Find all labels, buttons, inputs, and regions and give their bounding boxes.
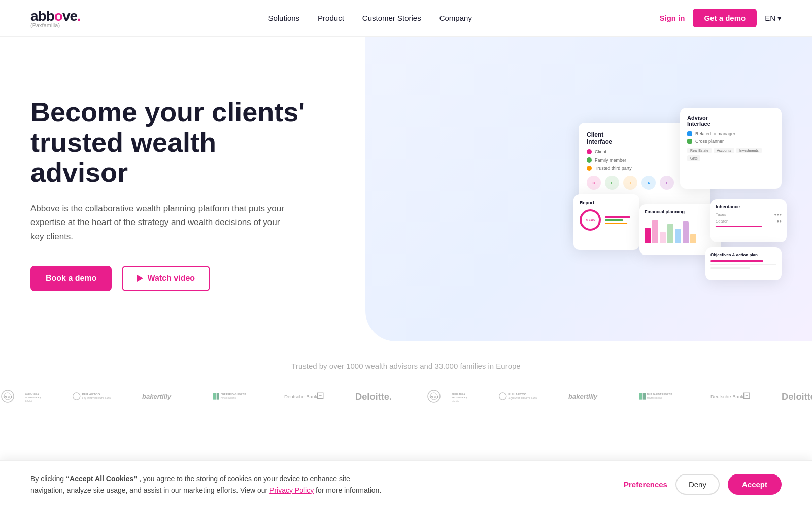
- sign-in-button[interactable]: Sign in: [659, 14, 685, 22]
- watch-video-button[interactable]: Watch video: [122, 266, 210, 291]
- logo-deloitte-2: Deloitte.: [782, 389, 812, 404]
- advisor-row-2: Cross planner: [687, 139, 774, 144]
- logo-bnp: BNP PARIBAS FORTIS PRIVATE BANKING: [213, 389, 254, 404]
- svg-text:audit, tax &: audit, tax &: [25, 392, 39, 395]
- svg-text:Lifa lab: Lifa lab: [452, 400, 459, 402]
- svg-text:PUILAETCO: PUILAETCO: [82, 392, 100, 396]
- svg-text:Deutsche Bank: Deutsche Bank: [284, 394, 317, 399]
- financial-planning-chart: [645, 217, 716, 243]
- nav-solutions[interactable]: Solutions: [268, 14, 299, 22]
- logo-vgd-2: VGD audit, tax & accountancy Lifa lab: [426, 389, 467, 404]
- family-dot: [587, 157, 592, 163]
- svg-text:accountancy: accountancy: [452, 396, 467, 399]
- get-demo-button[interactable]: Get a demo: [693, 9, 757, 27]
- trusted-section: Trusted by over 1000 wealth advisors and…: [0, 341, 812, 431]
- svg-rect-28: [639, 393, 642, 399]
- svg-text:BNP PARIBAS FORTIS: BNP PARIBAS FORTIS: [221, 393, 246, 396]
- report-card: Report 78/100: [573, 194, 639, 250]
- svg-text:audit, tax &: audit, tax &: [452, 392, 465, 395]
- financial-planning-title: Financial planning: [645, 209, 716, 214]
- svg-text:PRIVATE BANKING: PRIVATE BANKING: [221, 397, 236, 399]
- hero-title: Become your clients' trusted wealth advi…: [30, 97, 315, 187]
- logo-bakertilly-2: bakertilly: [568, 389, 609, 404]
- inheritance-card: Inheritance Taxes●●● Search●●: [710, 199, 787, 242]
- logo[interactable]: abbove. (Paxfamilia): [30, 8, 81, 28]
- nav-product[interactable]: Product: [318, 14, 344, 22]
- svg-text:Deutsche Bank: Deutsche Bank: [710, 394, 743, 399]
- svg-text:Lifa lab: Lifa lab: [25, 400, 33, 402]
- nav-company[interactable]: Company: [439, 14, 472, 22]
- logo-bnp-2: BNP PARIBAS FORTIS PRIVATE BANKING: [639, 389, 680, 404]
- main-nav: Solutions Product Customer Stories Compa…: [268, 14, 472, 22]
- report-title: Report: [580, 200, 633, 205]
- hero-description: Abbove is the collaborative wealth plann…: [30, 202, 294, 243]
- svg-text:Deloitte.: Deloitte.: [355, 391, 392, 402]
- logo-subtitle: (Paxfamilia): [30, 22, 60, 28]
- svg-point-24: [499, 393, 506, 400]
- svg-text:PRIVATE BANKING: PRIVATE BANKING: [647, 397, 663, 399]
- svg-rect-10: [213, 393, 216, 399]
- nav-customer-stories[interactable]: Customer Stories: [362, 14, 421, 22]
- svg-text:bakertilly: bakertilly: [142, 393, 172, 400]
- svg-text:accountancy: accountancy: [25, 396, 41, 399]
- svg-text:A QUINTET PRIVATE BANK: A QUINTET PRIVATE BANK: [508, 397, 537, 400]
- advisor-interface-title: AdvisorInterface: [687, 115, 774, 127]
- financial-planning-card: Financial planning: [639, 204, 721, 255]
- hero-buttons: Book a demo Watch video: [30, 266, 315, 291]
- logos-track: VGD audit, tax & accountancy Lifa lab PU…: [0, 389, 812, 404]
- svg-text:Deloitte.: Deloitte.: [782, 391, 812, 402]
- hero-illustration: ClientInterface Client ●●● Family member…: [315, 108, 782, 280]
- client-dot: [587, 149, 592, 154]
- svg-text:bakertilly: bakertilly: [568, 393, 598, 400]
- action-plan-card: Objectives & action plan: [705, 247, 782, 280]
- svg-rect-11: [217, 393, 219, 399]
- hero-content: Become your clients' trusted wealth advi…: [30, 97, 315, 291]
- logo-vgd: VGD audit, tax & accountancy Lifa lab: [0, 389, 41, 404]
- language-selector[interactable]: EN ▾: [765, 14, 782, 23]
- hero-section: Become your clients' trusted wealth advi…: [0, 37, 812, 341]
- logo-puilaetco-2: PUILAETCO A QUINTET PRIVATE BANK: [497, 389, 538, 404]
- svg-point-6: [73, 393, 80, 400]
- third-party-dot: [587, 166, 592, 171]
- book-demo-button[interactable]: Book a demo: [30, 266, 112, 291]
- header: abbove. (Paxfamilia) Solutions Product C…: [0, 0, 812, 37]
- svg-text:VGD: VGD: [3, 395, 12, 399]
- svg-text:PUILAETCO: PUILAETCO: [508, 392, 526, 396]
- play-icon: [137, 275, 143, 282]
- logo-deutsche-2: Deutsche Bank: [710, 389, 751, 404]
- logo-deloitte: Deloitte.: [355, 389, 396, 404]
- advisor-row-1: Related to manager: [687, 131, 774, 136]
- logo-puilaetco: PUILAETCO A QUINTET PRIVATE BANK: [71, 389, 112, 404]
- logo-deutsche: Deutsche Bank: [284, 389, 325, 404]
- action-plan-title: Objectives & action plan: [710, 252, 776, 257]
- trusted-tagline: Trusted by over 1000 wealth advisors and…: [0, 362, 812, 370]
- svg-text:A QUINTET PRIVATE BANK: A QUINTET PRIVATE BANK: [82, 397, 111, 400]
- logos-strip: VGD audit, tax & accountancy Lifa lab PU…: [0, 389, 812, 406]
- logo-bakertilly: bakertilly: [142, 389, 183, 404]
- svg-text:BNP PARIBAS FORTIS: BNP PARIBAS FORTIS: [647, 393, 672, 396]
- header-actions: Sign in Get a demo EN ▾: [659, 9, 782, 27]
- inheritance-title: Inheritance: [716, 204, 782, 209]
- report-circle: 78/100: [580, 209, 601, 231]
- svg-text:VGD: VGD: [429, 395, 438, 399]
- advisor-interface-card: AdvisorInterface Related to manager Cros…: [680, 108, 782, 189]
- advisor-tags: Real Estate Accounts Investments Gifts: [687, 148, 774, 161]
- dashboard-illustration: ClientInterface Client ●●● Family member…: [568, 108, 782, 280]
- svg-rect-29: [643, 393, 646, 399]
